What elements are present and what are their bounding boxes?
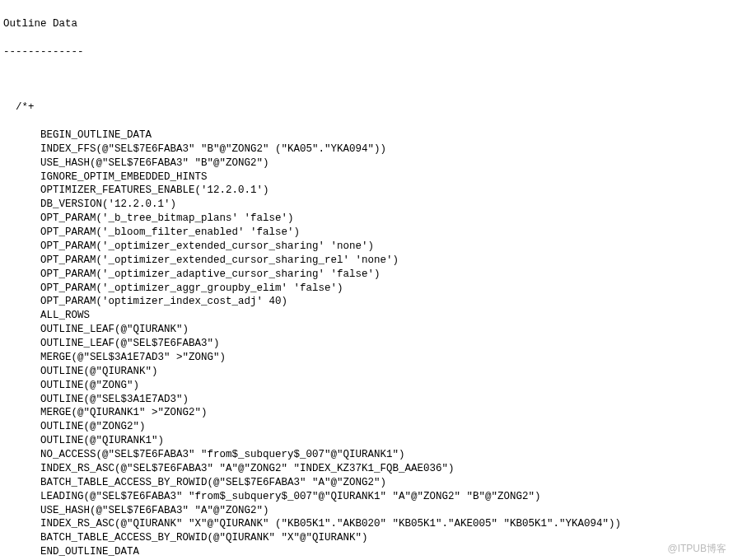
hint-line: END_OUTLINE_DATA: [3, 545, 730, 559]
hint-line: MERGE(@"SEL$3A1E7AD3" >"ZONG"): [3, 351, 730, 365]
hint-line: OUTLINE(@"ZONG2"): [3, 420, 730, 434]
hint-line: INDEX_RS_ASC(@"SEL$7E6FABA3" "A"@"ZONG2"…: [3, 462, 730, 476]
hint-line: OPT_PARAM('_b_tree_bitmap_plans' 'false'…: [3, 212, 730, 226]
hint-line: OUTLINE(@"SEL$3A1E7AD3"): [3, 393, 730, 407]
hint-line: ALL_ROWS: [3, 309, 730, 323]
hint-line: OUTLINE_LEAF(@"SEL$7E6FABA3"): [3, 337, 730, 351]
hint-line: NO_ACCESS(@"SEL$7E6FABA3" "from$_subquer…: [3, 448, 730, 462]
section-divider: -------------: [3, 45, 730, 59]
hint-line: OUTLINE(@"ZONG"): [3, 379, 730, 393]
hint-line: OPT_PARAM('_bloom_filter_enabled' 'false…: [3, 226, 730, 240]
hint-line: OUTLINE(@"QIURANK1"): [3, 434, 730, 448]
hint-line: DB_VERSION('12.2.0.1'): [3, 198, 730, 212]
hint-line: USE_HASH(@"SEL$7E6FABA3" "B"@"ZONG2"): [3, 156, 730, 170]
hint-line: LEADING(@"SEL$7E6FABA3" "from$_subquery$…: [3, 490, 730, 504]
hint-line: OPT_PARAM('optimizer_index_cost_adj' 40): [3, 295, 730, 309]
blank-line: [3, 72, 730, 86]
hint-line: OUTLINE_LEAF(@"QIURANK"): [3, 323, 730, 337]
hint-line: OPT_PARAM('_optimizer_adaptive_cursor_sh…: [3, 268, 730, 282]
section-title: Outline Data: [3, 17, 730, 31]
hint-line: INDEX_FFS(@"SEL$7E6FABA3" "B"@"ZONG2" ("…: [3, 142, 730, 156]
hint-block-open: /*+: [3, 100, 730, 114]
hint-line: OPTIMIZER_FEATURES_ENABLE('12.2.0.1'): [3, 184, 730, 198]
hint-line: OPT_PARAM('_optimizer_extended_cursor_sh…: [3, 240, 730, 254]
hint-line: USE_HASH(@"SEL$7E6FABA3" "A"@"ZONG2"): [3, 504, 730, 518]
hint-line: OUTLINE(@"QIURANK"): [3, 365, 730, 379]
hint-line: BATCH_TABLE_ACCESS_BY_ROWID(@"QIURANK" "…: [3, 531, 730, 545]
hint-line: BEGIN_OUTLINE_DATA: [3, 128, 730, 142]
hint-line: INDEX_RS_ASC(@"QIURANK" "X"@"QIURANK" ("…: [3, 517, 730, 531]
hint-line: OPT_PARAM('_optimizer_aggr_groupby_elim'…: [3, 282, 730, 296]
hint-line: BATCH_TABLE_ACCESS_BY_ROWID(@"SEL$7E6FAB…: [3, 476, 730, 490]
outline-data-block: Outline Data ------------- /*+ BEGIN_OUT…: [0, 0, 733, 560]
hint-line: IGNORE_OPTIM_EMBEDDED_HINTS: [3, 170, 730, 184]
watermark-text: @ITPUB博客: [667, 542, 726, 555]
hint-line: OPT_PARAM('_optimizer_extended_cursor_sh…: [3, 254, 730, 268]
hint-line: MERGE(@"QIURANK1" >"ZONG2"): [3, 406, 730, 420]
hint-lines: BEGIN_OUTLINE_DATA INDEX_FFS(@"SEL$7E6FA…: [3, 128, 730, 559]
